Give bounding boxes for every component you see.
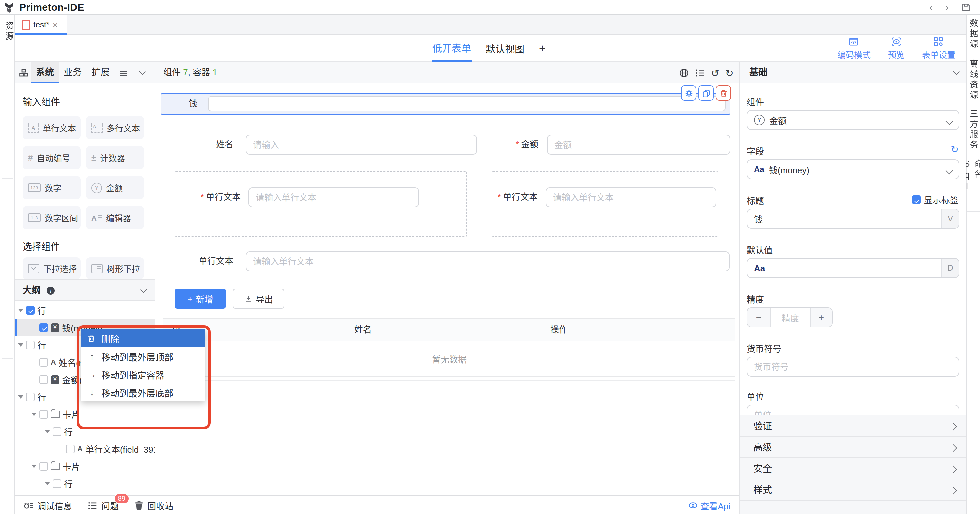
tree-checkbox[interactable] <box>26 340 35 349</box>
add-view-button[interactable]: + <box>538 35 546 62</box>
column-header-actions[interactable]: 操作 <box>542 319 735 341</box>
component-item-editor[interactable]: A 编辑器 <box>86 206 144 229</box>
component-tab-system[interactable]: 系统 <box>31 62 59 83</box>
component-item-dropdown-select[interactable]: 下拉选择 <box>23 257 81 279</box>
nav-forward-icon[interactable]: › <box>945 0 949 15</box>
debug-info-button[interactable]: 调试信息 <box>23 499 72 512</box>
component-item-number[interactable]: 123 数字 <box>23 176 81 199</box>
component-item-counter[interactable]: ± 计数器 <box>86 146 144 169</box>
component-tab-extension[interactable]: 扩展 <box>91 62 111 83</box>
show-label-checkbox-row[interactable]: 显示标签 <box>912 194 959 206</box>
right-rail-item-datasource[interactable]: 数据源 <box>967 15 980 56</box>
view-api-link[interactable]: 查看Api <box>689 496 730 514</box>
component-item-number-range[interactable]: 1~3 数字区间 <box>23 206 81 229</box>
tree-checkbox-checked[interactable] <box>26 306 35 314</box>
caret-down-icon[interactable] <box>45 482 50 485</box>
tree-checkbox[interactable] <box>39 375 48 384</box>
code-mode-button[interactable]: 编码模式 <box>837 36 870 61</box>
field-settings-icon[interactable] <box>695 68 705 78</box>
decrement-button[interactable]: − <box>747 308 770 327</box>
tree-row-card2-row[interactable]: 行 <box>15 475 156 492</box>
component-item-tree-dropdown[interactable]: 树形下拉 <box>86 257 144 279</box>
tab-default-view[interactable]: 默认视图 <box>485 35 525 62</box>
section-validation[interactable]: 验证 <box>740 415 966 437</box>
show-label-checkbox[interactable] <box>912 195 921 204</box>
tree-checkbox[interactable] <box>53 479 61 488</box>
section-style[interactable]: 样式 <box>740 479 966 501</box>
menu-item-move-to-bottom[interactable]: ↓ 移动到最外层底部 <box>81 383 205 401</box>
menu-item-move-to-container[interactable]: → 移动到指定容器 <box>81 365 205 383</box>
save-icon[interactable] <box>961 3 970 12</box>
card-container-right[interactable]: *单行文本 <box>492 171 719 237</box>
recycle-bin-button[interactable]: 回收站 <box>135 499 173 512</box>
section-advanced[interactable]: 高级 <box>740 436 966 458</box>
properties-collapse-icon[interactable] <box>953 68 960 75</box>
caret-down-icon[interactable] <box>18 343 23 346</box>
tree-checkbox[interactable] <box>66 444 75 453</box>
tree-checkbox[interactable] <box>26 392 35 401</box>
redo-icon[interactable]: ↻ <box>725 68 734 78</box>
tab-test[interactable]: test* × <box>15 15 67 35</box>
field-select[interactable]: Aa 钱(money) <box>746 159 959 179</box>
input-amount[interactable] <box>547 135 730 155</box>
right-rail-item-third-party-services[interactable]: 三方服务 <box>967 105 980 155</box>
properties-header[interactable]: 基础 <box>740 62 966 83</box>
tree-checkbox[interactable] <box>39 410 48 418</box>
title-input[interactable]: 钱 <box>747 209 941 228</box>
input-text3[interactable] <box>245 251 730 271</box>
tree-checkbox[interactable] <box>39 462 48 470</box>
form-settings-button[interactable]: 表单设置 <box>922 36 955 61</box>
field-copy-button[interactable] <box>698 85 714 101</box>
caret-down-icon[interactable] <box>45 430 50 433</box>
component-select[interactable]: ¥ 金额 <box>746 110 959 130</box>
preview-button[interactable]: 预览 <box>888 36 905 61</box>
component-library-icon[interactable] <box>19 69 28 77</box>
field-delete-button[interactable] <box>716 85 731 101</box>
column-header-name[interactable]: 姓名 <box>346 319 542 341</box>
component-tab-business[interactable]: 业务 <box>63 62 83 83</box>
outline-header[interactable]: 大纲 i <box>15 279 156 301</box>
caret-down-icon[interactable] <box>31 412 37 416</box>
caret-down-icon[interactable] <box>31 464 37 468</box>
refresh-field-icon[interactable]: ↻ <box>951 145 959 154</box>
right-rail-item-named-sql[interactable]: 命名Sql <box>967 155 980 212</box>
caret-down-icon[interactable] <box>18 395 23 398</box>
tree-row-card2[interactable]: 卡片 <box>15 457 156 475</box>
section-security[interactable]: 安全 <box>740 457 966 479</box>
precision-input[interactable]: 精度 <box>770 308 810 327</box>
menu-item-move-to-top[interactable]: ↑ 移动到最外层顶部 <box>81 347 205 365</box>
tree-row-text-field[interactable]: A 单行文本(field_391 <box>15 440 156 457</box>
currency-symbol-input[interactable] <box>746 357 959 377</box>
component-item-multi-line-text[interactable]: A 多行文本 <box>86 116 144 139</box>
component-item-amount[interactable]: ¥ 金额 <box>86 176 144 199</box>
input-text2[interactable] <box>546 187 716 207</box>
tree-checkbox[interactable] <box>53 427 61 436</box>
outline-collapse-icon[interactable] <box>140 286 147 293</box>
export-button[interactable]: 导出 <box>233 289 284 309</box>
problems-button[interactable]: 问题 89 <box>88 499 119 512</box>
tree-row-card1-row[interactable]: 行 <box>15 423 156 440</box>
increment-button[interactable]: + <box>810 308 832 327</box>
selected-money-field[interactable]: 钱 <box>161 93 730 115</box>
default-value-addon-d[interactable]: D <box>941 259 959 277</box>
undo-icon[interactable]: ↺ <box>711 68 719 78</box>
tree-row-card1[interactable]: 卡片 <box>15 405 156 423</box>
right-rail-item-offline-resources[interactable]: 离线资源 <box>967 56 980 105</box>
card-container-left[interactable]: *单行文本 <box>175 171 467 237</box>
input-text1[interactable] <box>248 187 419 207</box>
add-row-button[interactable]: +新增 <box>175 289 226 309</box>
tree-checkbox-checked[interactable] <box>39 323 48 332</box>
nav-back-icon[interactable]: ‹ <box>929 0 932 15</box>
left-rail-item-resources[interactable]: 资源 <box>3 21 15 42</box>
component-list-icon[interactable] <box>120 71 127 76</box>
component-item-single-line-text[interactable]: A 单行文本 <box>23 116 81 139</box>
menu-item-delete[interactable]: 删除 <box>81 329 205 347</box>
component-item-auto-number[interactable]: # 自动编号 <box>23 146 81 169</box>
globe-icon[interactable] <box>679 68 689 78</box>
component-panel-collapse-icon[interactable] <box>139 68 146 75</box>
field-settings-gear-button[interactable] <box>681 85 697 101</box>
tree-row-row1[interactable]: 行 <box>15 301 156 319</box>
selected-field-input[interactable] <box>208 96 726 111</box>
title-addon-v[interactable]: V <box>941 209 959 228</box>
default-value-input[interactable]: Aa <box>747 259 941 277</box>
